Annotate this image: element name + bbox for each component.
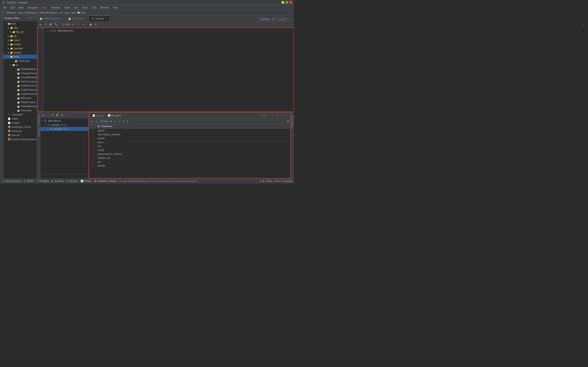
tab-console[interactable]: 🖥 console ✕ [89,15,110,21]
tree-item-findpassword[interactable]: ☕ FindPassword.java [3,83,37,88]
rows-select[interactable]: 10 rows [98,119,113,123]
tree-item-addhdfsnode[interactable]: ☕ AddHdfsNode.java [3,67,37,71]
tree-item-ui[interactable]: ▼ 📁 ui [3,63,37,67]
tree-item-start[interactable]: ☕ Start.java [3,108,37,112]
status-todo[interactable]: ☑ TODO [24,180,34,182]
prev-page-button[interactable]: ◀ [94,119,98,123]
svc-btn-5[interactable]: ⊞ [60,113,64,117]
breadcrumb-workspace[interactable]: Workspace [25,11,37,14]
run-button[interactable]: ▶ [39,23,43,27]
tab-hdfstools[interactable]: ☕ HdfsTools.java ✕ [37,15,66,21]
tree-item-changepassword[interactable]: ☕ ChangePassword.java [3,71,37,75]
menu-run[interactable]: Run [72,6,80,9]
refresh-button[interactable]: ↺ [122,119,125,123]
tree-item-filepanel[interactable]: ☕ FilePanel.java [3,79,37,83]
cursor-position[interactable]: 1:16 [260,180,264,182]
menu-vcs[interactable]: VCS [90,6,99,9]
menu-file[interactable]: File [1,6,9,9]
menu-help[interactable]: Help [111,6,120,9]
menu-refactor[interactable]: Refactor [49,6,62,9]
status-problems[interactable]: ⚠ Problems [36,180,49,182]
tree-item-beautyeye[interactable]: 📦 beautyeye_Inf.jar [3,125,37,129]
menu-view[interactable]: View [17,6,26,9]
tree-item-project[interactable]: 📄 .project [3,121,37,125]
database-column-header[interactable]: ⊞ Database ⋮ [95,124,290,129]
svc-item-console-leaf[interactable]: 🖥 console 59 ms [40,127,88,131]
menu-window[interactable]: Window [99,6,111,9]
table-row[interactable]: 2 information_schema [89,133,290,136]
close-button[interactable] [289,1,292,4]
breadcrumb-src[interactable]: src [60,11,63,14]
tree-item-test[interactable]: ▼ 📁 test [3,22,37,26]
tab-tools[interactable]: ☕ Tools.java ✕ [66,15,89,21]
result-tab-output[interactable]: 📄 Output [90,114,105,117]
export-button[interactable]: ↓ [266,114,270,117]
minimize-button[interactable] [281,1,284,4]
tab-close-hdfstools[interactable]: ✕ [61,17,63,19]
tree-item-emma[interactable]: 📦 emma.jar [3,129,37,133]
menu-navigate[interactable]: Navigate [26,6,39,9]
maximize-button[interactable] [285,1,288,4]
menu-code[interactable]: Code [40,6,49,9]
tree-item-showmessage[interactable]: ☕ ShowMessage.java [3,104,37,108]
breadcrumb-fileupanddown[interactable]: FileUpAndDown [39,11,57,14]
rollback-button[interactable]: ↩ [82,23,86,27]
tree-item-loginframe[interactable]: ☕ LoginFrame.java [3,88,37,92]
more-button[interactable]: ⋯ [284,114,288,117]
tree-item-loginsuccess[interactable]: ☕ LoginSuccess.java [3,92,37,96]
status-profiler[interactable]: 📊 Profiler [81,180,92,182]
result-tab-result2[interactable]: 📊 Result 2 ✕ [106,114,125,117]
breadcrumb-test[interactable]: test [71,11,75,14]
svc-btn-7[interactable]: + [69,113,73,117]
more-options-icon[interactable]: ⋮ [289,18,292,21]
tree-item-thread[interactable]: ▶ 📁 thread [3,50,37,55]
table-row[interactable]: 6 mysql [89,148,290,152]
menu-edit[interactable]: Edit [9,6,17,9]
filter-button[interactable]: ⊞ [271,114,274,117]
code-area[interactable]: ✓ show databases; [44,28,294,111]
commit-button[interactable]: ✓ [77,23,81,27]
next-page-button[interactable]: ▶ [113,119,117,123]
csv-button[interactable]: CSV▾ [261,114,265,117]
project-icon[interactable]: P [0,17,3,19]
svc-btn-3[interactable]: ⚙ [51,113,55,117]
output-button[interactable]: ☰ [94,23,98,27]
tree-item-mysql-connector[interactable]: 📦 mysql-connector-java-5.1.20-bin.jar [3,137,37,141]
tx-dropdown-arrow[interactable]: ▾ [72,23,73,26]
first-page-button[interactable]: |◀ [90,119,94,123]
table-row[interactable]: 7 performance_schema [89,152,290,156]
tab-close-tools[interactable]: ✕ [85,17,86,19]
tree-item-model[interactable]: ▶ 📁 model [3,42,37,46]
structure-label[interactable]: Structure [37,126,40,138]
result2-close[interactable]: ✕ [121,115,123,117]
svc-btn-6[interactable]: ↑ [64,113,69,117]
connection-button[interactable]: 🔗 [49,23,53,27]
breadcrumb-tools[interactable]: 📁 tools [77,11,86,14]
editor-content[interactable]: 1 2 3 4 5 6 ✓ show databases; [37,27,294,112]
tree-item-json[interactable]: 📦 json.jar [3,133,37,137]
settings2-button[interactable]: ⚙ [280,114,284,117]
db-col-sort[interactable]: ⋮ [113,125,116,127]
notifications-label[interactable]: Notifications [291,113,294,130]
settings-button[interactable]: 🔧 [54,23,58,27]
encoding-label[interactable]: CRLF · UTF-8 · Consolas [266,180,292,182]
status-version-control[interactable]: ⎇ Version Control [2,180,21,182]
tree-item-db[interactable]: ▶ 📁 db [3,34,37,38]
svc-item-localhost[interactable]: ▼ @ @localhost [40,119,88,123]
breadcrumb-com[interactable]: com [65,11,69,14]
tree-item-override[interactable]: ▶ 📁 override [3,46,37,50]
status-db-changes[interactable]: 🗄 Database Changes [94,180,117,182]
panel-icon-2[interactable]: ⚙ [30,17,33,19]
table-row[interactable]: 4 leave [89,140,290,144]
pin-button[interactable]: 📌 [286,119,289,123]
tree-item-file-dir[interactable]: ▶ 📁 file_dir [3,30,37,34]
menu-tools[interactable]: Tools [80,6,90,9]
schema-dropdown[interactable]: <schema> [258,17,276,21]
tab-close-console[interactable]: ✕ [105,17,107,20]
tree-item-md5[interactable]: ☕ MD5.java [3,96,37,100]
svc-btn-2[interactable]: ↕ [46,113,50,117]
tree-item-dao[interactable]: ▶ 📁 dao [3,26,37,30]
table-row[interactable]: 5 lms [89,144,290,148]
tree-item-closewindow[interactable]: ☕ CloseWindowOperation.java [3,75,37,79]
bookmarks-label[interactable]: Bookmarks [37,113,40,126]
